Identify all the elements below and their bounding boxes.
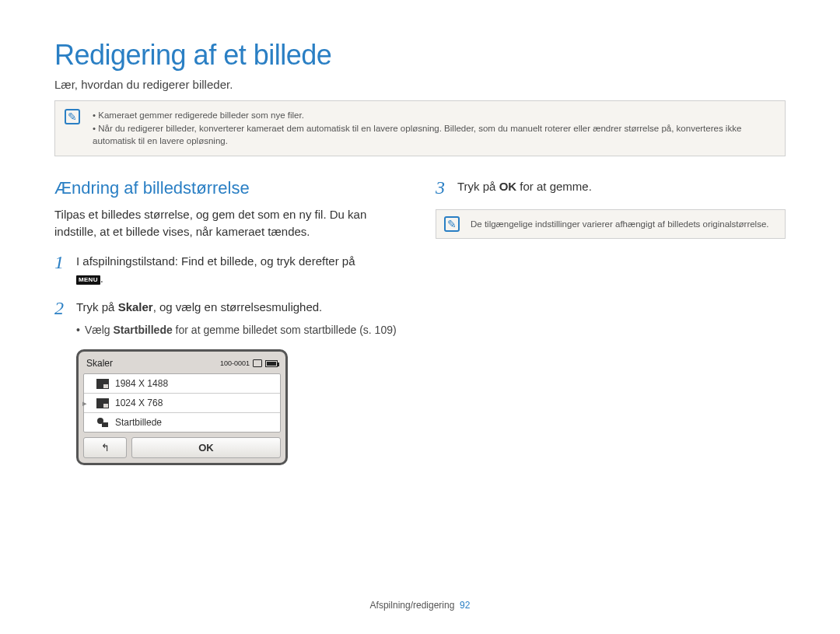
step-3-post: for at gemme.	[516, 180, 592, 193]
step-2-post: , og vælg en størrelsesmulighed.	[153, 300, 323, 313]
svg-rect-3	[103, 404, 108, 408]
battery-icon	[265, 360, 278, 367]
ok-button[interactable]: OK	[131, 437, 281, 458]
menu-button-icon: MENU	[76, 275, 100, 285]
side-note-box: ✎ De tilgængelige indstillinger varierer…	[436, 209, 786, 239]
footer-page-number: 92	[460, 600, 470, 611]
resize-option-list: 1984 X 1488 1024 X 768 Startbillede	[83, 373, 281, 433]
note-line-2: Når du redigerer billeder, konverterer k…	[93, 122, 774, 148]
bullet-icon: •	[76, 322, 80, 338]
option-1024x768[interactable]: 1024 X 768	[84, 394, 280, 413]
startup-image-icon	[96, 418, 109, 428]
page-title: Redigering af et billede	[54, 39, 786, 72]
section-title: Ændring af billedstørrelse	[54, 178, 404, 198]
top-note-box: ✎ Kameraet gemmer redigerede billeder so…	[54, 100, 786, 156]
step-2-sub-bold: Startbillede	[113, 324, 172, 336]
option-label: 1984 X 1488	[115, 378, 168, 389]
note-icon: ✎	[65, 109, 80, 124]
step-1: 1 I afspilningstilstand: Find et billede…	[54, 253, 404, 288]
image-size-icon	[96, 379, 109, 389]
step-2-pre: Tryk på	[76, 300, 118, 313]
step-1-number: 1	[54, 253, 68, 271]
camera-screen: Skaler 100-0001 1984 X 1488	[76, 349, 288, 465]
step-3: 3 Tryk på OK for at gemme.	[436, 178, 786, 197]
step-2-sub-pre: Vælg	[85, 324, 114, 336]
file-counter: 100-0001	[220, 359, 250, 367]
page-footer: Afspilning/redigering 92	[0, 600, 840, 611]
step-2-sub-post: for at gemme billedet som startbillede (…	[173, 324, 397, 336]
step-3-number: 3	[436, 178, 450, 197]
svg-rect-5	[102, 422, 108, 427]
footer-section: Afspilning/redigering	[370, 600, 455, 611]
side-note-text: De tilgængelige indstillinger varierer a…	[471, 219, 769, 229]
section-intro: Tilpas et billedes størrelse, og gem det…	[54, 206, 404, 240]
option-label: 1024 X 768	[115, 398, 163, 408]
back-button[interactable]: ↰	[83, 437, 127, 458]
note-line-1: Kameraet gemmer redigerede billeder som …	[93, 109, 774, 122]
sd-card-icon	[253, 359, 262, 367]
step-2-bold: Skaler	[118, 300, 153, 313]
option-startbillede[interactable]: Startbillede	[84, 413, 280, 432]
step-2-number: 2	[54, 299, 68, 317]
option-label: Startbillede	[115, 417, 162, 428]
option-1984x1488[interactable]: 1984 X 1488	[84, 374, 280, 394]
step-1-trailing: .	[100, 271, 103, 285]
step-3-pre: Tryk på	[457, 180, 499, 193]
page-subtitle: Lær, hvordan du redigerer billeder.	[54, 78, 786, 91]
step-2: 2 Tryk på Skaler, og vælg en størrelsesm…	[54, 299, 404, 339]
note-icon: ✎	[444, 216, 460, 232]
svg-rect-1	[103, 384, 108, 388]
image-size-icon	[96, 398, 109, 408]
ok-glyph: OK	[499, 180, 517, 193]
step-1-text: I afspilningstilstand: Find et billede, …	[76, 254, 355, 268]
camera-screen-title: Skaler	[86, 358, 113, 369]
